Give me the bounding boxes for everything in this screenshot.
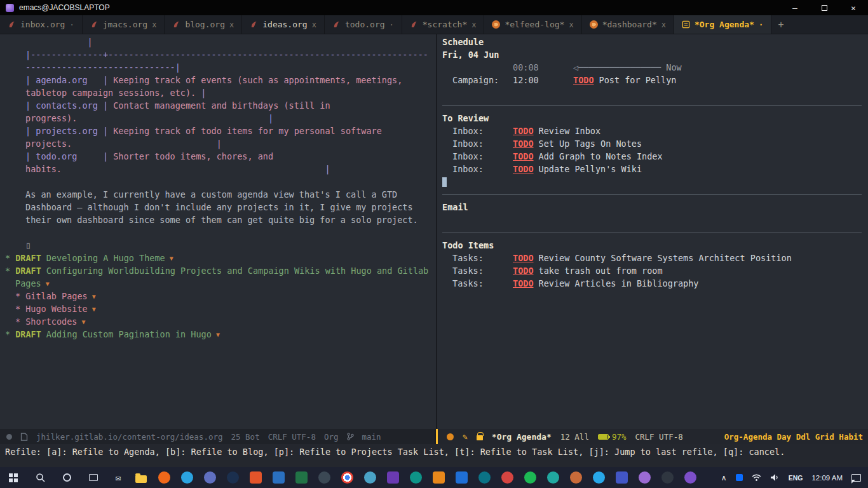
tab-close-icon[interactable]: · <box>390 20 394 29</box>
search-button[interactable] <box>27 467 53 488</box>
taskbar-app-file-explorer-icon[interactable] <box>130 467 153 488</box>
heading-bullet[interactable]: * <box>5 266 10 276</box>
org-heading-level2[interactable]: *Shortcodes▼ <box>5 315 436 328</box>
tab-close-icon[interactable]: x <box>569 20 573 29</box>
taskbar-app-firefox-icon[interactable] <box>153 467 175 488</box>
tab-close-icon[interactable]: x <box>229 20 234 29</box>
tab-inbox-org[interactable]: inbox.org · <box>0 15 83 34</box>
volume-tray-icon[interactable] <box>766 467 784 488</box>
taskbar-app-cyan-icon[interactable] <box>358 467 381 488</box>
taskbar-app-visual-studio-icon[interactable] <box>610 467 633 488</box>
agenda-item[interactable]: Campaign:12:00TODOPost for Pellyn <box>442 74 862 86</box>
todo-keyword[interactable]: TODO <box>513 126 534 136</box>
org-heading-level2[interactable]: *Hugo Website▼ <box>5 302 436 315</box>
agenda-item-title[interactable]: Post for Pellyn <box>599 75 677 85</box>
taskbar-app-slate-icon[interactable] <box>313 467 336 488</box>
agenda-item-title[interactable]: Update Pellyn's Wiki <box>539 164 642 174</box>
taskbar-app-skype-icon[interactable] <box>587 467 610 488</box>
agenda-item-title[interactable]: Review Articles in Bibliography <box>539 278 699 288</box>
tab-elfeed-log[interactable]: *elfeed-log* x <box>484 15 581 34</box>
taskbar-clock[interactable]: 12:09 AM <box>807 467 847 488</box>
taskbar-app-rust-icon[interactable] <box>564 467 587 488</box>
taskbar-app-sea-green-icon[interactable] <box>541 467 564 488</box>
fold-indicator-icon[interactable]: ▼ <box>81 318 85 325</box>
org-heading-level2[interactable]: *Gitlab Pages▼ <box>5 290 436 302</box>
agenda-item[interactable]: Tasks:TODOtake trash out from room <box>442 264 862 277</box>
todo-keyword[interactable]: TODO <box>573 75 594 85</box>
dropbox-tray-icon[interactable] <box>731 467 747 488</box>
tab-close-icon[interactable]: · <box>69 20 74 29</box>
fold-indicator-icon[interactable]: ▼ <box>92 306 96 313</box>
fold-indicator-icon[interactable]: ▼ <box>46 280 50 287</box>
tab-scratch[interactable]: *scratch* x <box>402 15 485 34</box>
language-indicator[interactable]: ENG <box>784 467 808 488</box>
cortana-button[interactable] <box>53 467 80 488</box>
heading-bullet[interactable]: * <box>15 316 20 327</box>
taskbar-app-blue-square-icon[interactable] <box>267 467 290 488</box>
new-tab-button[interactable]: + <box>771 15 790 34</box>
taskbar-app-dark-cyan-icon[interactable] <box>473 467 496 488</box>
agenda-item-title[interactable]: Set Up Tags On Notes <box>539 139 642 149</box>
tab-jmacs-org[interactable]: jmacs.org x <box>83 15 165 34</box>
taskbar-app-green-square-icon[interactable] <box>290 467 313 488</box>
taskbar-app-violet-icon[interactable] <box>381 467 404 488</box>
taskbar-app-purple-icon[interactable] <box>633 467 656 488</box>
tab-close-icon[interactable]: x <box>471 20 476 29</box>
org-heading-continuation[interactable]: Pages▼ <box>5 277 436 290</box>
agenda-item[interactable]: Inbox:TODOAdd Graph to Notes Index <box>442 150 862 163</box>
agenda-item-title[interactable]: Review County Software Systems Architect… <box>539 253 792 263</box>
todo-keyword[interactable]: TODO <box>513 164 534 174</box>
tab-org-agenda[interactable]: *Org Agenda* · <box>674 15 771 34</box>
agenda-item[interactable]: Inbox:TODOSet Up Tags On Notes <box>442 137 862 150</box>
buffer-ideas-org[interactable]: | |--------------+----------------------… <box>0 34 436 429</box>
taskbar-app-navy-icon[interactable] <box>221 467 244 488</box>
tab-close-icon[interactable]: x <box>661 20 666 29</box>
close-button[interactable]: × <box>839 0 868 15</box>
hidden-icons-chevron[interactable]: ∧ <box>717 467 731 488</box>
taskbar-app-orange-red-icon[interactable] <box>244 467 267 488</box>
taskbar-app-telegram-icon[interactable] <box>175 467 198 488</box>
todo-keyword[interactable]: TODO <box>513 266 534 276</box>
agenda-item[interactable]: Inbox:TODOReview Inbox <box>442 125 862 137</box>
taskbar-app-charcoal-icon[interactable] <box>656 467 679 488</box>
tab-todo-org[interactable]: todo.org · <box>325 15 402 34</box>
taskbar-app-red-icon[interactable] <box>496 467 519 488</box>
agenda-item-title[interactable]: take trash out from room <box>539 266 663 276</box>
agenda-item-title[interactable]: Review Inbox <box>539 126 601 136</box>
tab-close-icon[interactable]: · <box>759 20 763 29</box>
fold-indicator-icon[interactable]: ▼ <box>92 293 96 300</box>
notification-center-button[interactable] <box>847 467 865 488</box>
org-heading-level1[interactable]: *DRAFTDeveloping A Hugo Theme▼ <box>5 252 436 264</box>
fold-indicator-icon[interactable]: ▼ <box>216 331 220 338</box>
taskbar-app-blue-window-icon[interactable] <box>450 467 473 488</box>
todo-keyword[interactable]: TODO <box>513 151 534 161</box>
agenda-item[interactable]: Inbox:TODOUpdate Pellyn's Wiki <box>442 163 862 175</box>
tab-dashboard[interactable]: *dashboard* x <box>582 15 674 34</box>
start-button[interactable] <box>0 467 27 488</box>
taskbar-app-mail-icon[interactable]: ✉ <box>107 467 130 488</box>
maximize-button[interactable] <box>810 0 839 15</box>
heading-bullet[interactable]: * <box>15 304 20 314</box>
todo-keyword[interactable]: TODO <box>513 253 534 263</box>
tab-close-icon[interactable]: x <box>152 20 156 29</box>
todo-keyword[interactable]: TODO <box>513 278 534 288</box>
taskbar-app-teal-icon[interactable] <box>404 467 427 488</box>
tab-close-icon[interactable]: x <box>312 20 316 29</box>
agenda-item[interactable]: Tasks:TODOReview Articles in Bibliograph… <box>442 277 862 290</box>
todo-keyword[interactable]: TODO <box>513 139 534 149</box>
minimize-button[interactable]: – <box>780 0 810 15</box>
heading-bullet[interactable]: * <box>15 291 20 301</box>
buffer-org-agenda[interactable]: Schedule Fri, 04 Jun 00:08◁─────────────… <box>437 34 868 429</box>
taskbar-app-amber-icon[interactable] <box>427 467 450 488</box>
agenda-item[interactable]: Tasks:TODOReview County Software Systems… <box>442 252 862 264</box>
org-heading-level1[interactable]: *DRAFTAdding Custom Pagination in Hugo▼ <box>5 328 436 341</box>
agenda-item-title[interactable]: Add Graph to Notes Index <box>539 151 663 161</box>
network-tray-icon[interactable] <box>747 467 766 488</box>
task-view-button[interactable] <box>80 467 107 488</box>
heading-bullet[interactable]: * <box>5 329 10 339</box>
org-heading-level1[interactable]: *DRAFTConfiguring Worldbuilding Projects… <box>5 264 436 277</box>
fold-indicator-icon[interactable]: ▼ <box>170 255 173 262</box>
taskbar-app-spotify-icon[interactable] <box>519 467 541 488</box>
taskbar-app-blue-round-icon[interactable] <box>198 467 221 488</box>
tab-ideas-org[interactable]: ideas.org x <box>242 15 325 34</box>
